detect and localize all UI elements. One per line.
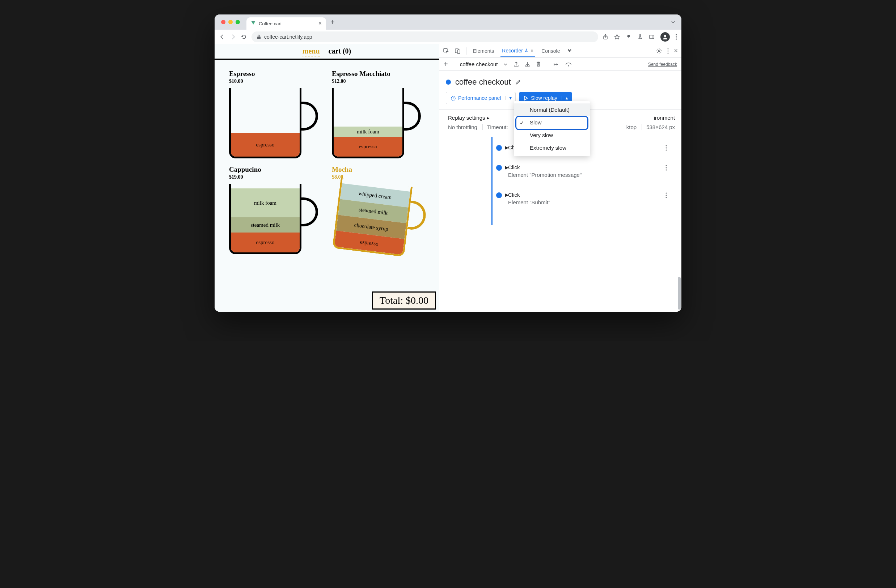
export-icon[interactable] [514,61,519,67]
nav-link-cart[interactable]: cart (0) [329,47,351,56]
svg-point-6 [676,36,677,37]
viewport-value[interactable]: 538×624 px [642,124,675,130]
performance-panel-button[interactable]: Performance panel ▼ [446,92,516,104]
back-button[interactable] [219,33,226,40]
step-menu-icon[interactable] [666,165,667,171]
tab-elements[interactable]: Elements [471,45,495,57]
close-devtools-icon[interactable]: × [674,47,678,55]
scrollbar-thumb[interactable] [678,277,681,310]
more-tabs-icon[interactable] [567,49,573,53]
throttling-value[interactable]: No throttling [448,124,477,130]
expand-step-icon[interactable]: ▶ [505,145,509,150]
devtools-menu-icon[interactable] [667,48,669,54]
svg-point-19 [666,150,667,151]
svg-point-14 [667,52,669,53]
bookmark-star-icon[interactable] [614,34,620,40]
step-menu-icon[interactable] [666,145,667,151]
step-dot-icon [496,192,502,198]
speed-option-normal[interactable]: Normal (Default) [514,103,590,116]
maximize-window-button[interactable] [236,20,240,24]
inspect-icon[interactable] [443,48,450,54]
svg-point-11 [658,50,660,52]
check-icon: ✓ [520,120,524,126]
minimize-window-button[interactable] [229,20,233,24]
total-label: Total: $0.00 [379,295,428,306]
devtools-tab-bar: Elements Recorder × Console × [439,44,681,58]
extensions-icon[interactable] [626,34,631,40]
lock-icon [257,34,261,40]
delete-icon[interactable] [536,61,541,67]
cup-icon: whipped creamsteamed milkchocolate syrup… [332,178,413,257]
labs-flask-icon[interactable] [637,34,643,40]
step-subtitle: Element "Submit" [508,199,674,206]
replay-speed-caret[interactable]: ▲ [562,96,572,100]
svg-point-13 [667,50,669,51]
speed-option-extremely-slow[interactable]: Extremely slow [514,141,590,154]
svg-point-4 [664,35,666,37]
tab-console[interactable]: Console [540,45,561,57]
product-card[interactable]: Espresso Macchiato$12.00milk foamespress… [332,70,425,162]
new-tab-button[interactable]: + [331,18,335,26]
cup-layer: milk foam [231,188,300,217]
expand-step-icon[interactable]: ▶ [505,165,509,170]
side-panel-icon[interactable] [649,34,655,40]
timeline-step[interactable]: ▶ClickElement "Promotion message" [446,163,674,179]
cup-icon: milk foamsteamed milkespresso [229,184,302,254]
speed-option-slow[interactable]: ✓ Slow [514,116,590,129]
product-price: $19.00 [229,174,322,180]
close-tab-recorder-icon[interactable]: × [530,48,533,53]
svg-point-18 [666,147,667,149]
expand-step-icon[interactable]: ▶ [505,192,509,198]
recording-title: coffee checkout [455,77,511,87]
tab-recorder[interactable]: Recorder × [500,45,535,57]
nav-link-menu[interactable]: menu [303,47,320,56]
reload-button[interactable] [241,33,247,40]
cup-layer: espresso [231,232,300,252]
product-card[interactable]: Mocha$8.00whipped creamsteamed milkchoco… [332,166,425,258]
cup-icon: espresso [229,88,302,158]
send-feedback-link[interactable]: Send feedback [648,62,677,67]
forward-button[interactable] [230,33,236,40]
device-toggle-icon[interactable] [454,48,461,54]
speed-option-very-slow[interactable]: Very slow [514,129,590,141]
cup-handle-icon [404,102,421,131]
close-window-button[interactable] [221,20,226,24]
url-bar[interactable]: coffee-cart.netlify.app [251,32,598,42]
svg-point-17 [666,145,667,146]
browser-tab[interactable]: Coffee cart × [247,17,326,30]
step-into-icon[interactable] [565,62,572,67]
svg-point-23 [666,193,667,194]
tab-search-button[interactable] [670,20,676,24]
chrome-menu-icon[interactable] [676,34,677,40]
product-card[interactable]: Espresso$10.00espresso [229,70,322,162]
product-name: Espresso Macchiato [332,70,425,78]
total-box[interactable]: Total: $0.00 [372,292,436,310]
new-recording-button[interactable]: + [443,60,448,68]
product-name: Mocha [332,166,425,173]
svg-point-24 [666,195,667,196]
svg-rect-0 [257,36,261,39]
product-name: Espresso [229,70,322,78]
recording-status-dot [446,79,451,85]
timeline-step[interactable]: ▶ClickElement "Submit" [446,191,674,206]
chevron-down-icon[interactable] [503,62,508,67]
performance-panel-caret[interactable]: ▼ [505,96,515,100]
device-value-partial: ktop [622,124,637,130]
settings-gear-icon[interactable] [656,48,662,54]
profile-avatar[interactable] [660,32,670,42]
recording-selector[interactable]: coffee checkout [460,61,498,67]
svg-point-12 [667,48,669,49]
cup-layer: espresso [231,133,300,156]
step-over-icon[interactable] [553,62,559,67]
product-card[interactable]: Cappucino$19.00milk foamsteamed milkespr… [229,166,322,258]
step-subtitle: Element "Promotion message" [508,171,674,179]
close-tab-icon[interactable]: × [318,20,322,27]
timeout-label[interactable]: Timeout: [482,124,508,130]
replay-speed-dropdown: Normal (Default) ✓ Slow Very slow Extrem… [514,101,590,156]
import-icon[interactable] [525,61,530,67]
share-icon[interactable] [602,34,608,40]
step-menu-icon[interactable] [666,192,667,198]
address-bar: coffee-cart.netlify.app [215,30,681,44]
edit-title-icon[interactable] [515,79,521,85]
chrome-action-icons [602,32,677,42]
